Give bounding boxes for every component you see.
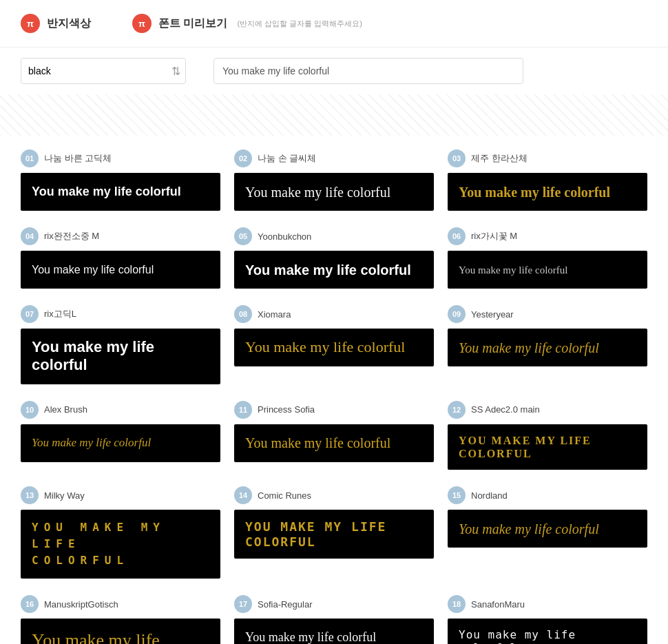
font-preview-box: You make my life colorful: [21, 251, 220, 289]
font-number: 09: [448, 305, 466, 323]
font-preview-box: You make my life colorful: [234, 329, 434, 366]
font-preview-box: You make my life colorful: [21, 329, 220, 384]
font-label: 10Alex Brush: [21, 401, 220, 419]
font-number: 06: [448, 227, 466, 245]
font-preview-text: You make my life colorful: [459, 264, 567, 276]
font-name: rix가시꽃 M: [471, 230, 517, 242]
font-preview-box: YOU MAKE MY LIFE COLORFUL: [234, 510, 434, 559]
font-number: 17: [234, 595, 252, 613]
font-label: 08Xiomara: [234, 305, 434, 323]
font-label: 16ManuskriptGotisch: [21, 595, 220, 613]
font-preview-text: You make my life colorful: [32, 338, 209, 375]
font-name: 나눔 손 글씨체: [258, 152, 316, 165]
font-preview-text: You make my life colorful: [459, 628, 636, 644]
right-section-subtitle: (반지에 삽입할 글자를 입력해주세요): [237, 19, 362, 29]
font-number: 07: [21, 305, 39, 323]
font-preview-text: You make my life colorful: [459, 521, 599, 537]
font-preview-box: You make my life colorful: [448, 329, 647, 366]
font-number: 03: [448, 149, 466, 167]
font-preview-text: You make my life colorful: [32, 185, 181, 200]
font-label: 03제주 한라산체: [448, 149, 647, 167]
font-item: 17Sofia-RegularYou make my life colorful: [234, 595, 434, 644]
font-number: 10: [21, 401, 39, 419]
font-preview-box: YOU MAKE MY LIFE COLORFUL: [448, 424, 647, 470]
font-number: 02: [234, 149, 252, 167]
font-item: 18SanafonMaruYou make my life colorful: [448, 595, 647, 644]
font-item: 01나눔 바른 고딕체You make my life colorful: [21, 149, 220, 211]
divider: [0, 94, 668, 136]
font-preview-text: You make my life colorful: [459, 340, 599, 356]
font-preview-box: You make my life colorful: [21, 173, 220, 211]
font-label: 07rix고딕L: [21, 305, 220, 323]
font-label: 11Princess Sofia: [234, 401, 434, 419]
font-preview-box: YOU MAKE MY LIFE COLORFUL: [21, 510, 220, 579]
font-preview-box: You make my life colorful: [21, 619, 220, 644]
font-preview-box: You make my life colorful: [448, 173, 647, 211]
font-item: 05YoonbukchonYou make my life colorful: [234, 227, 434, 289]
font-name: Comic Runes: [258, 490, 311, 501]
font-preview-text: You make my life colorful: [245, 338, 405, 356]
font-name: ManuskriptGotisch: [44, 599, 118, 610]
font-item: 08XiomaraYou make my life colorful: [234, 305, 434, 384]
font-item: 03제주 한라산체You make my life colorful: [448, 149, 647, 211]
font-label: 04rix완전소중 M: [21, 227, 220, 245]
font-item: 13Milky WayYOU MAKE MY LIFE COLORFUL: [21, 486, 220, 579]
font-name: SanafonMaru: [471, 599, 525, 610]
font-preview-text: You make my life colorful: [32, 436, 151, 450]
font-item: 02나눔 손 글씨체You make my life colorful: [234, 149, 434, 211]
font-label: 02나눔 손 글씨체: [234, 149, 434, 167]
preview-input[interactable]: [213, 58, 523, 84]
font-item: 11Princess SofiaYou make my life colorfu…: [234, 401, 434, 470]
font-label: 15Nordland: [448, 486, 647, 504]
font-item: 16ManuskriptGotischYou make my life colo…: [21, 595, 220, 644]
font-name: Alex Brush: [44, 404, 87, 415]
font-label: 01나눔 바른 고딕체: [21, 149, 220, 167]
font-item: 04rix완전소중 MYou make my life colorful: [21, 227, 220, 289]
font-label: 17Sofia-Regular: [234, 595, 434, 613]
font-preview-box: You make my life colorful: [234, 619, 434, 644]
color-control-group: black white gold silver ⇅: [21, 58, 186, 84]
left-pi-icon: π: [21, 14, 40, 33]
font-name: Princess Sofia: [258, 404, 315, 415]
font-name: rix고딕L: [44, 308, 76, 320]
font-preview-box: You make my life colorful: [234, 173, 434, 211]
font-preview-box: You make my life colorful: [448, 251, 647, 289]
font-preview-text: YOU MAKE MY LIFE COLORFUL: [459, 434, 636, 460]
font-number: 05: [234, 227, 252, 245]
font-preview-text: You make my life colorful: [32, 263, 154, 276]
font-name: Xiomara: [258, 309, 291, 320]
font-number: 11: [234, 401, 252, 419]
font-number: 12: [448, 401, 466, 419]
font-number: 04: [21, 227, 39, 245]
font-name: 나눔 바른 고딕체: [44, 152, 112, 165]
font-name: SS Adec2.0 main: [471, 404, 540, 415]
right-header-section: π 폰트 미리보기 (반지에 삽입할 글자를 입력해주세요): [132, 14, 362, 33]
font-number: 14: [234, 486, 252, 504]
font-preview-text: You make my life colorful: [245, 184, 390, 200]
font-preview-text: You make my life colorful: [245, 630, 376, 644]
font-preview-text: You make my life colorful: [245, 435, 390, 451]
font-label: 05Yoonbukchon: [234, 227, 434, 245]
font-number: 01: [21, 149, 39, 167]
font-preview-text: YOU MAKE MY LIFE COLORFUL: [245, 519, 423, 549]
font-preview-box: You make my life colorful: [448, 510, 647, 548]
font-preview-text: You make my life colorful: [245, 262, 411, 278]
right-section-title: 폰트 미리보기: [158, 17, 227, 31]
preview-control-group: [213, 58, 523, 84]
font-preview-text: You make my life colorful: [32, 628, 160, 644]
font-preview-text: You make my life colorful: [459, 184, 610, 200]
font-name: Milky Way: [44, 490, 85, 501]
font-preview-box: You make my life colorful: [21, 424, 220, 462]
color-select[interactable]: black white gold silver: [21, 58, 186, 84]
font-label: 18SanafonMaru: [448, 595, 647, 613]
controls-bar: black white gold silver ⇅: [0, 48, 668, 94]
font-item: 06rix가시꽃 MYou make my life colorful: [448, 227, 647, 289]
header: π 반지색상 π 폰트 미리보기 (반지에 삽입할 글자를 입력해주세요): [0, 0, 668, 48]
font-item: 10Alex BrushYou make my life colorful: [21, 401, 220, 470]
font-number: 18: [448, 595, 466, 613]
left-header-section: π 반지색상: [21, 14, 91, 33]
font-label: 12SS Adec2.0 main: [448, 401, 647, 419]
font-number: 08: [234, 305, 252, 323]
font-item: 12SS Adec2.0 mainYOU MAKE MY LIFE COLORF…: [448, 401, 647, 470]
font-preview-box: You make my life colorful: [234, 251, 434, 289]
